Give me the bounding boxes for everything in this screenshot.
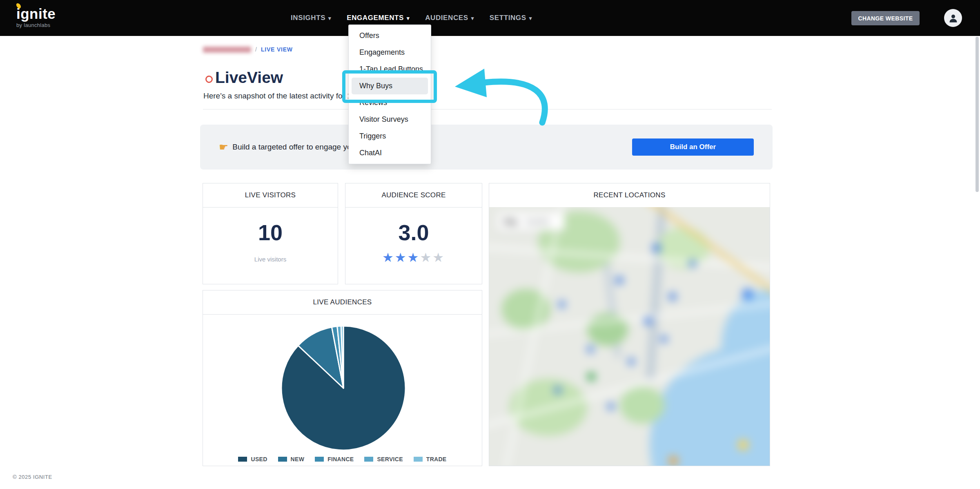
live-audiences-card: LIVE AUDIENCES USEDNEWFINANCESERVICETRAD… <box>203 290 482 466</box>
map-marker <box>608 403 614 410</box>
breadcrumb-separator: / <box>255 46 257 53</box>
legend-label: NEW <box>291 456 305 462</box>
audience-score-card-title: AUDIENCE SCORE <box>345 183 482 208</box>
star-icon: ★ <box>432 250 445 265</box>
nav-item-label: SETTINGS <box>490 14 526 22</box>
page-title: LiveView <box>215 69 283 87</box>
legend-swatch <box>238 457 247 462</box>
recent-locations-card-title: RECENT LOCATIONS <box>489 183 770 208</box>
change-website-button[interactable]: CHANGE WEBSITE <box>851 11 920 25</box>
satellite-button[interactable]: Satellite <box>525 218 550 226</box>
map[interactable]: Map Satellite <box>489 207 770 466</box>
map-marker <box>587 373 595 381</box>
offer-banner-text: ☛ Build a targeted offer to engage your <box>219 125 358 170</box>
legend-item-finance: FINANCE <box>315 456 354 462</box>
menu-item-triggers[interactable]: Triggers <box>349 128 431 145</box>
star-rating: ★★★★★ <box>345 250 482 265</box>
nav-item-engagements[interactable]: ENGAGEMENTS▾ <box>347 14 410 22</box>
live-indicator-icon <box>205 76 213 83</box>
liveview-page: ignite by launchlabs INSIGHTS▾ENGAGEMENT… <box>0 0 980 489</box>
page-subtitle: Here's a snapshot of the latest activity… <box>203 92 358 100</box>
live-visitors-card: LIVE VISITORS 10 Live visitors <box>203 183 338 284</box>
legend-label: SERVICE <box>377 456 403 462</box>
map-marker <box>742 289 753 299</box>
brand-logo[interactable]: ignite by launchlabs <box>16 7 56 28</box>
person-icon <box>948 13 959 24</box>
menu-item-visitor-surveys[interactable]: Visitor Surveys <box>349 111 431 128</box>
pie-legend: USEDNEWFINANCESERVICETRADE <box>203 456 482 462</box>
menu-item-1-tap-lead-buttons[interactable]: 1-Tap Lead Buttons <box>349 61 431 78</box>
legend-item-trade: TRADE <box>414 456 447 462</box>
live-visitors-value: 10 <box>203 220 338 245</box>
chevron-down-icon: ▾ <box>471 16 474 21</box>
pointing-hand-icon: ☛ <box>219 142 228 152</box>
map-marker <box>644 317 652 325</box>
star-icon: ★ <box>420 250 432 265</box>
menu-item-chatai[interactable]: ChatAI <box>349 145 431 161</box>
chevron-down-icon: ▾ <box>328 16 331 21</box>
brand-name: ignite <box>16 7 56 21</box>
chevron-down-icon: ▾ <box>529 16 532 21</box>
menu-item-why-buys[interactable]: Why Buys <box>352 78 428 94</box>
legend-item-service: SERVICE <box>364 456 403 462</box>
offer-banner: ☛ Build a targeted offer to engage your … <box>200 125 773 170</box>
legend-item-new: NEW <box>278 456 305 462</box>
map-marker <box>653 244 661 252</box>
map-type-control[interactable]: Map Satellite <box>497 213 565 231</box>
user-avatar[interactable] <box>944 9 962 27</box>
legend-label: FINANCE <box>327 456 354 462</box>
nav-item-label: AUDIENCES <box>425 14 468 22</box>
breadcrumb: / LIVE VIEW <box>203 46 293 53</box>
brand-byline: by launchlabs <box>16 22 56 28</box>
nav-item-label: ENGAGEMENTS <box>347 14 404 22</box>
breadcrumb-live-view-link[interactable]: LIVE VIEW <box>261 46 293 53</box>
map-marker <box>669 293 676 300</box>
top-nav-bar: ignite by launchlabs INSIGHTS▾ENGAGEMENT… <box>0 0 980 36</box>
star-icon: ★ <box>395 250 408 265</box>
map-shape <box>620 387 665 424</box>
menu-item-offers[interactable]: Offers <box>349 27 431 44</box>
map-marker <box>689 260 696 267</box>
audience-score-card: AUDIENCE SCORE 3.0 ★★★★★ <box>345 183 482 284</box>
chevron-down-icon: ▾ <box>407 16 410 21</box>
legend-item-used: USED <box>238 456 267 462</box>
breadcrumb-site-link-redacted[interactable] <box>203 47 251 53</box>
nav-item-insights[interactable]: INSIGHTS▾ <box>291 14 331 22</box>
map-marker <box>555 387 561 393</box>
engagements-dropdown: OffersEngagements1-Tap Lead ButtonsWhy B… <box>348 25 431 164</box>
nav-item-settings[interactable]: SETTINGS▾ <box>490 14 532 22</box>
audience-score-value: 3.0 <box>345 220 482 245</box>
divider <box>203 109 772 109</box>
map-marker <box>661 336 667 342</box>
map-marker <box>616 277 623 284</box>
map-marker <box>559 301 565 308</box>
star-icon: ★ <box>382 250 395 265</box>
map-marker <box>628 358 635 365</box>
map-button[interactable]: Map <box>504 218 518 226</box>
map-canvas: Map Satellite <box>489 207 770 466</box>
audiences-pie-chart <box>278 323 409 453</box>
nav-item-audiences[interactable]: AUDIENCES▾ <box>425 14 474 22</box>
legend-label: USED <box>251 456 267 462</box>
live-visitors-caption: Live visitors <box>203 256 338 263</box>
recent-locations-card: RECENT LOCATIONS <box>489 183 770 466</box>
pie-chart-wrap <box>278 323 409 453</box>
legend-swatch <box>414 457 423 462</box>
legend-label: TRADE <box>426 456 447 462</box>
menu-item-reviews[interactable]: Reviews <box>349 94 431 111</box>
live-audiences-card-title: LIVE AUDIENCES <box>203 290 482 315</box>
build-an-offer-button[interactable]: Build an Offer <box>632 138 754 156</box>
copyright-text: © 2025 IGNITE <box>13 474 52 480</box>
legend-swatch <box>278 457 287 462</box>
annotation-arrow-icon <box>433 57 572 131</box>
map-marker <box>738 440 748 450</box>
menu-item-engagements[interactable]: Engagements <box>349 44 431 61</box>
legend-swatch <box>315 457 324 462</box>
live-visitors-card-title: LIVE VISITORS <box>203 183 338 208</box>
map-marker <box>669 456 678 465</box>
map-marker <box>587 346 594 353</box>
scrollbar-thumb[interactable] <box>976 37 979 192</box>
star-icon: ★ <box>408 250 420 265</box>
legend-swatch <box>364 457 373 462</box>
nav-item-label: INSIGHTS <box>291 14 325 22</box>
